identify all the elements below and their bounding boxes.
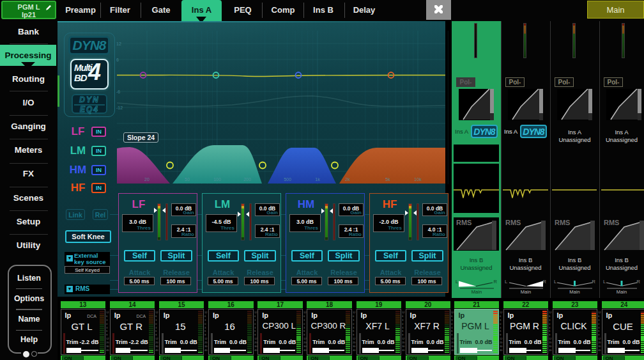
svg-text:Main: Main xyxy=(617,289,627,294)
svg-text:100: 100 xyxy=(213,177,221,182)
svg-text:200: 200 xyxy=(243,177,251,182)
svg-text:Main: Main xyxy=(471,289,482,294)
svg-text:12: 12 xyxy=(116,42,121,46)
svg-text:50: 50 xyxy=(185,177,190,182)
svg-text:1k: 1k xyxy=(315,177,320,182)
svg-text:6: 6 xyxy=(116,58,119,62)
svg-text:Main: Main xyxy=(569,289,579,294)
svg-text:Main: Main xyxy=(521,289,531,294)
svg-text:20: 20 xyxy=(144,177,150,182)
svg-text:-6: -6 xyxy=(116,90,120,94)
svg-text:2k: 2k xyxy=(345,177,350,182)
svg-text:5k: 5k xyxy=(385,177,390,182)
svg-text:10k: 10k xyxy=(414,177,422,182)
svg-text:500: 500 xyxy=(284,177,291,182)
svg-text:-12: -12 xyxy=(116,106,123,110)
